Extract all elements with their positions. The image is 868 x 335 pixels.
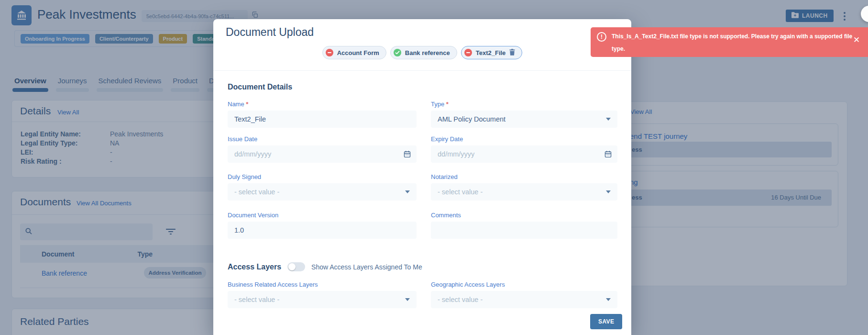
duly-signed-select[interactable]: - select value - [228,183,417,201]
access-layers-header: Access Layers Show Access Layers Assigne… [228,262,422,271]
document-upload-modal: Document Upload Account Form Bank refere… [213,19,631,335]
field-type: Type AML Policy Document [431,100,617,128]
geographic-layers-select[interactable]: - select value - [431,291,617,308]
field-duly-signed: Duly Signed - select value - [228,172,417,201]
field-geographic-layers: Geographic Access Layers - select value … [431,280,617,308]
field-label: Issue Date [228,135,257,143]
check-circle-icon [394,49,401,56]
chip-text2-file[interactable]: Text2_File [461,46,523,59]
field-issue-date: Issue Date [228,134,417,163]
error-icon: ! [597,32,606,42]
document-version-input[interactable] [228,222,417,239]
save-button[interactable]: SAVE [590,314,622,329]
calendar-icon[interactable] [403,150,411,160]
chevron-down-icon [606,190,611,193]
document-chips: Account Form Bank reference Text2_File [213,46,631,59]
section-document-details: Document Details [228,83,292,91]
minus-circle-icon [464,49,472,56]
comments-input[interactable] [431,222,617,239]
notarized-select[interactable]: - select value - [431,183,617,201]
modal-title: Document Upload [226,26,314,39]
field-label: Document Version [228,212,278,219]
field-name: Name [228,100,417,128]
field-label: Expiry Date [431,135,463,143]
field-document-version: Document Version [228,211,417,239]
field-label: Name [228,100,248,108]
field-business-layers: Business Related Access Layers - select … [228,280,417,308]
field-comments: Comments [431,211,617,239]
access-layers-toggle[interactable] [287,262,305,271]
business-layers-select[interactable]: - select value - [228,291,417,308]
app-root: Peak Investments 5e0c5ebd-6442-4b4a-90fa… [0,0,868,335]
chip-account-form[interactable]: Account Form [322,46,386,59]
calendar-icon[interactable] [604,150,612,160]
issue-date-input[interactable] [228,145,417,163]
field-label: Comments [431,212,461,219]
field-label: Business Related Access Layers [228,281,318,288]
field-label: Notarized [431,173,458,180]
field-expiry-date: Expiry Date [431,134,617,163]
toggle-label: Show Access Layers Assigned To Me [311,263,422,271]
error-toast: ! This_Is_A_Text2_File.txt file type is … [591,27,868,57]
chevron-down-icon [606,118,611,121]
field-notarized: Notarized - select value - [431,172,617,201]
chevron-down-icon [405,298,410,301]
field-label: Geographic Access Layers [431,281,505,288]
field-label: Duly Signed [228,173,261,180]
chevron-down-icon [405,190,410,193]
trash-icon[interactable] [509,49,515,57]
minus-circle-icon [326,49,333,56]
chip-bank-reference[interactable]: Bank reference [390,46,457,59]
toast-message: This_Is_A_Text2_File.txt file type is no… [612,30,853,55]
field-label: Type [431,100,449,108]
chevron-down-icon [606,298,611,301]
name-input[interactable] [228,111,417,128]
section-access-layers: Access Layers [228,263,281,271]
close-icon[interactable]: ✕ [853,36,860,44]
expiry-date-input[interactable] [431,145,617,163]
type-select[interactable]: AML Policy Document [431,111,617,128]
